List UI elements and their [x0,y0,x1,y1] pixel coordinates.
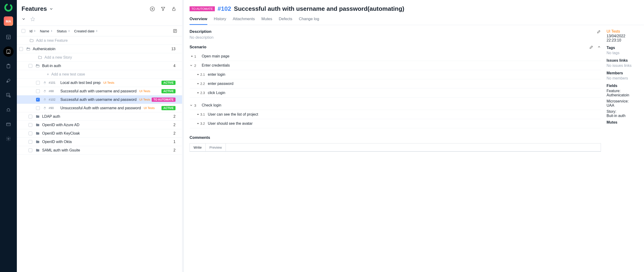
scenario-substep: • 2.3 click Login [190,88,601,97]
tags-value: No tags [606,51,641,55]
row-checkbox[interactable] [28,140,32,144]
story-row[interactable]: OpenID with Azure AD 2 [17,121,182,129]
field-story-label: Story: [606,109,641,114]
svg-rect-11 [173,9,175,11]
nav-analytics-icon[interactable] [3,90,14,100]
story-row[interactable]: OpenID with Okta 1 [17,138,182,146]
field-micro-value: UAA [606,103,641,108]
scenario-step-expandable[interactable]: 2 Enter credentials [190,61,601,70]
row-checkbox[interactable] [36,98,40,101]
row-checkbox[interactable] [36,81,40,85]
svg-point-7 [7,108,10,111]
folder-icon [36,148,40,153]
issues-heading: Issues links [606,58,641,63]
select-all-checkbox[interactable] [22,29,25,33]
manual-icon [43,106,47,110]
edit-description-button[interactable] [597,30,601,34]
row-checkbox[interactable] [28,131,32,135]
chevron-down-icon[interactable] [190,64,194,67]
story-row[interactable]: LDAP auth 2 [17,112,182,121]
comment-tab-preview[interactable]: Preview [206,144,226,151]
folder-icon [36,123,40,127]
row-checkbox[interactable] [28,123,32,127]
edit-scenario-button[interactable] [589,45,594,49]
folder-icon [36,140,40,144]
tab-mutes[interactable]: Mutes [262,17,272,25]
testcase-row[interactable]: #88 Successful auth with username and pa… [17,87,182,95]
add-story-row[interactable]: Add a new Story [17,53,182,62]
detail-panel: TO AUTOMATE #102 Successful auth with us… [184,0,644,272]
field-feature-label: Feature: [606,89,641,93]
app-logo[interactable] [4,3,13,12]
svg-point-0 [4,3,13,12]
favorite-button[interactable] [30,17,35,21]
layer-link[interactable]: UI Tests [606,29,641,34]
field-story-value: Buit-in auth [606,114,641,118]
page-title[interactable]: Features [22,5,53,13]
members-heading: Members [606,71,641,75]
tab-defects[interactable]: Defects [279,17,292,25]
folder-icon [36,131,40,135]
row-checkbox[interactable] [28,64,32,68]
add-testcase-row[interactable]: + Add a new test case [17,70,182,79]
tab-changelog[interactable]: Change log [299,17,319,25]
scenario-heading: Scenario [190,45,206,50]
scenario-substep: • 3.2 User should see the avatar [190,119,601,128]
collapse-scenario-button[interactable] [597,45,601,49]
comment-editor[interactable]: Write Preview [190,143,601,152]
story-row-builtin[interactable]: Buit-in auth 4 [17,62,182,70]
row-checkbox[interactable] [19,47,23,51]
tab-history[interactable]: History [214,17,226,25]
testcase-id: #102 [218,5,231,13]
row-checkbox[interactable] [36,106,40,110]
nav-settings-icon[interactable] [3,134,14,144]
scenario-step-expandable[interactable]: 3 Check login [190,101,601,110]
nav-dashboard-icon[interactable] [3,32,14,42]
row-checkbox[interactable] [28,115,32,118]
story-row[interactable]: OpenID with KeyCloak 2 [17,129,182,138]
story-row[interactable]: SAML auth with Gsuite 2 [17,146,182,155]
scenario-step: • 1 Open main page [190,52,601,61]
issues-value: No issues links [606,64,641,68]
comment-tab-write[interactable]: Write [190,144,206,151]
column-created[interactable]: Created date▲▼ [74,29,98,33]
column-id[interactable]: Id▲▼ [30,29,36,33]
detail-tabs: Overview History Attachments Mutes Defec… [190,17,644,25]
tab-overview[interactable]: Overview [190,17,207,25]
user-avatar[interactable]: MA [4,17,13,26]
nav-features-icon[interactable] [3,46,14,57]
chevron-down-icon[interactable] [190,104,194,107]
lock-button[interactable] [171,6,176,12]
nav-rocket-icon[interactable] [3,75,14,86]
created-date: 13/04/2022 22:23:10 [606,34,641,42]
description-heading: Description [190,29,212,34]
testcase-row-selected[interactable]: #102 Successful auth with username and p… [17,95,182,104]
row-checkbox[interactable] [36,89,40,93]
scenario-substep: • 3.1 User can see the list of project [190,110,601,119]
nav-bug-icon[interactable] [3,105,14,115]
add-feature-row[interactable]: Add a new Feature [17,36,182,45]
manual-icon [43,89,47,93]
nav-clipboard-icon[interactable] [3,61,14,71]
testcase-title: Successful auth with username and passwo… [234,5,404,13]
metadata-sidebar: UI Tests 13/04/2022 22:23:10 Tags No tag… [606,29,644,152]
collapse-all-button[interactable] [22,17,26,21]
field-micro-label: Microservice: [606,99,641,103]
testcase-row[interactable]: #101 Local auth test bed prep UI Tests A… [17,79,182,87]
nav-sidebar: MA [0,0,17,272]
tab-attachments[interactable]: Attachments [233,17,255,25]
filter-button[interactable] [160,6,166,12]
column-name[interactable]: Name▲▼ [40,29,52,33]
row-checkbox[interactable] [28,149,32,152]
add-button[interactable] [150,6,155,12]
mutes-heading: Mutes [606,120,641,124]
status-badge: TO AUTOMATE [190,6,215,11]
columns-config-button[interactable] [173,29,178,33]
chevron-down-icon [49,7,53,11]
testcase-row[interactable]: #90 Unsuccessful Auth with username and … [17,104,182,112]
feature-row-auth[interactable]: Authenicatoin 13 [17,45,182,53]
column-status[interactable]: Status▲▼ [57,29,70,33]
svg-rect-2 [7,50,10,54]
manual-icon [43,81,47,85]
nav-card-icon[interactable] [3,119,14,129]
